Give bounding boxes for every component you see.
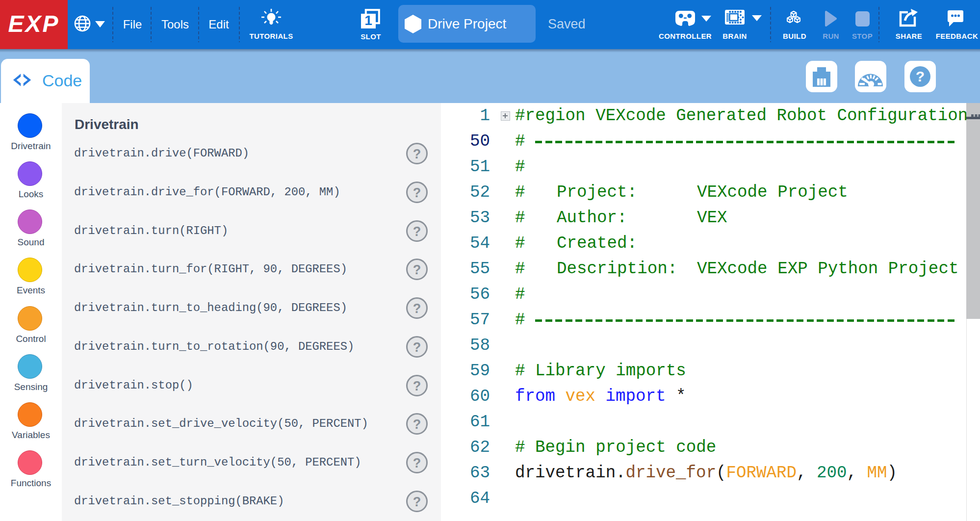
svg-text:1: 1 bbox=[364, 13, 372, 28]
svg-text:?: ? bbox=[916, 68, 925, 84]
